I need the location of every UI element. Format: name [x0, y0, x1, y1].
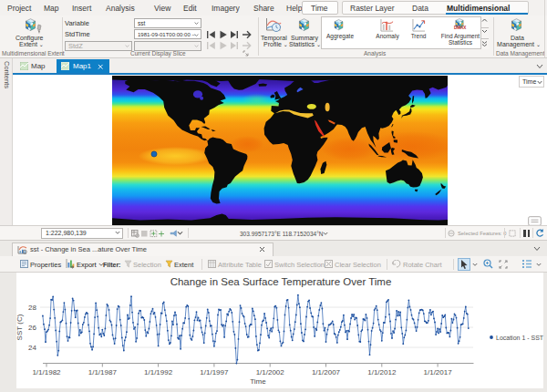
svg-text:1/1/2007: 1/1/2007: [312, 368, 341, 377]
svg-text:1/1/2012: 1/1/2012: [367, 368, 397, 377]
svg-text:24: 24: [28, 344, 36, 352]
svg-text:1/1/1997: 1/1/1997: [200, 368, 229, 377]
svg-text:28: 28: [28, 304, 36, 312]
svg-text:Time: Time: [250, 377, 266, 386]
svg-text:1/1/1987: 1/1/1987: [88, 368, 118, 377]
svg-text:1/1/2002: 1/1/2002: [256, 368, 285, 377]
svg-text:26: 26: [28, 324, 36, 332]
svg-text:Change in Sea Surface Temperat: Change in Sea Surface Temperature Over T…: [170, 276, 392, 287]
svg-text:SST (C): SST (C): [15, 314, 24, 340]
svg-text:1/1/2017: 1/1/2017: [424, 368, 453, 377]
svg-text:1/1/1992: 1/1/1992: [144, 368, 173, 377]
svg-text:1/1/1982: 1/1/1982: [32, 368, 61, 377]
svg-text:Location 1 - SST: Location 1 - SST: [496, 335, 544, 341]
